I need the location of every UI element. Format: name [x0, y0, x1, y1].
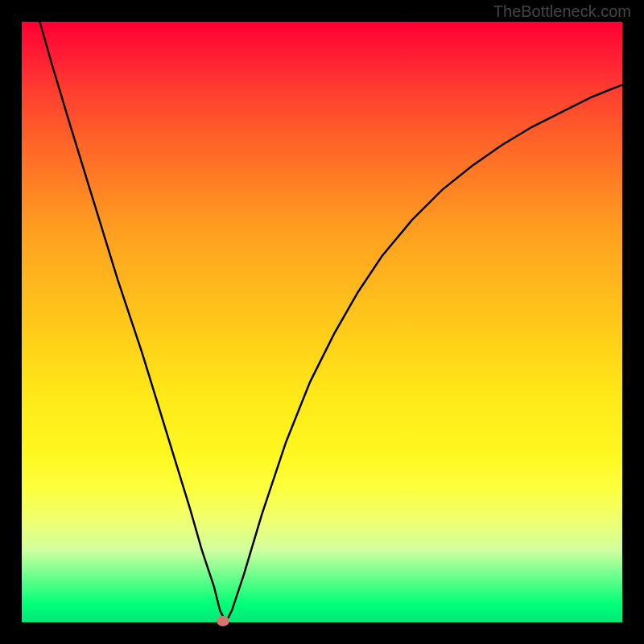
bottleneck-curve [22, 22, 622, 622]
optimal-point-marker [217, 616, 229, 626]
watermark-text: TheBottleneck.com [493, 2, 631, 21]
